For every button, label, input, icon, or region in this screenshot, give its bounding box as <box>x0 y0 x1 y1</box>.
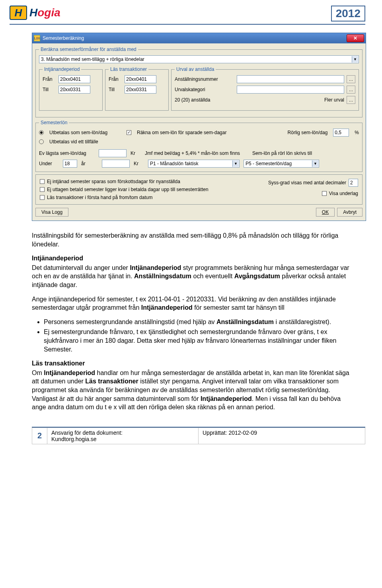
page-footer: 2 Ansvarig för detta dokument: Kundtorg.… <box>0 427 382 451</box>
fs-intjanande-legend: Intjänandeperiod <box>43 66 81 72</box>
calc-type-dropdown[interactable]: 3. Månadslön med sem-tillägg + rörliga l… <box>39 55 359 63</box>
year-badge: 2012 <box>331 6 365 21</box>
las-to-label: Till <box>109 87 122 92</box>
intj-to-label: Till <box>43 87 56 92</box>
dec-input[interactable] <box>349 179 358 187</box>
heading-intj: Intjänandeperiod <box>32 254 350 263</box>
logo: H Hogia <box>10 6 60 20</box>
fs-semesterlon: Semesterlön Utbetalas som sem-lön/dag Rä… <box>35 120 363 172</box>
cb-ej-intjanad-label: Ej intjänad semester sparas som förskott… <box>47 179 180 184</box>
cb-las-fromtom[interactable] <box>40 195 45 200</box>
anst-browse-button[interactable]: … <box>347 75 355 83</box>
page-number: 2 <box>32 428 47 444</box>
fs-las-trans: Läs transaktioner Från Till <box>105 66 169 111</box>
b4: Intjänandeperiod <box>141 304 193 311</box>
para-1: Inställningsbild för semesterberäkning a… <box>32 231 350 248</box>
dialog-window: Lön Semesterberäkning ✕ Beräkna semester… <box>32 33 366 221</box>
visa-logg-button[interactable]: Visa Logg <box>35 208 68 217</box>
urval-count: 20 (20) anställda <box>175 97 234 103</box>
semlon-dd-value: P5 - Semesterlön/dag <box>246 161 292 166</box>
rorlig-unit: % <box>355 130 359 135</box>
t2: för semester samt tar hänsyn till <box>193 304 285 311</box>
radio-ett-tillfalle[interactable] <box>39 139 44 144</box>
logo-badge: H <box>10 6 27 20</box>
kat-input[interactable] <box>237 86 344 94</box>
anst-input[interactable] <box>237 75 344 83</box>
under-input[interactable] <box>63 160 77 168</box>
cb-ej-uttagen[interactable] <box>40 187 45 192</box>
cb-las-fromtom-label: Läs transaktioner i första hand på from/… <box>47 195 152 200</box>
fs-berakna-legend: Beräkna semesterförmåner för anställda m… <box>39 47 138 52</box>
intj-from-label: Från <box>43 76 56 82</box>
li-1: Personens semestergrundande anställnings… <box>44 318 350 326</box>
fs-intjanande: Intjänandeperiod Från Till <box>39 66 103 111</box>
las-from-label: Från <box>109 76 122 82</box>
kr-label-2: Kr <box>134 161 138 166</box>
fs-las-legend: Läs transaktioner <box>109 66 148 72</box>
fs-semlon-legend: Semesterlön <box>39 120 69 125</box>
cb-rakna-om[interactable] <box>127 130 131 135</box>
logo-text-ogia: ogia <box>37 6 60 19</box>
window-title: Semesterberäkning <box>43 35 347 41</box>
ev-input[interactable] <box>99 149 127 157</box>
jmf-label: Jmf med bel/dag + 5,4% * mån-lön som fin… <box>145 150 248 156</box>
chevron-down-icon: ▼ <box>312 160 318 167</box>
title-bar: Lön Semesterberäkning ✕ <box>32 33 366 43</box>
dec-label: Syss-grad visas med antal decimaler <box>268 180 346 186</box>
cb-visa-underlag[interactable] <box>322 191 327 196</box>
intj-to-input[interactable] <box>58 86 90 94</box>
cb-ej-intjanad[interactable] <box>40 179 45 184</box>
cb-ej-uttagen-label: Ej uttagen betald semester ligger kvar i… <box>47 187 209 192</box>
b3: Avgångsdatum <box>234 273 280 279</box>
b6: Intjänandeperiod <box>44 369 95 376</box>
semlon-rorl-label: Sem-lön på rörl lön skrivs till <box>252 150 312 156</box>
footer-upprattat: Upprättat: 2012-02-09 <box>199 428 365 444</box>
radio-per-dag[interactable] <box>39 130 44 135</box>
logo-text: Hogia <box>29 6 60 19</box>
ev-label: Ev lägsta sem-lön/dag <box>39 150 95 156</box>
anst-label: Anställningsnummer <box>175 76 234 82</box>
las-from-input[interactable] <box>125 75 156 83</box>
radio-per-dag-label: Utbetalas som sem-lön/dag <box>49 130 121 135</box>
kr-label-1: Kr <box>131 150 135 156</box>
jmf-dropdown[interactable]: P1 - Månadslön faktisk ▼ <box>148 160 240 168</box>
under-kr-input[interactable] <box>102 160 130 168</box>
para-las: Om Intjänandeperiod handlar om hur många… <box>32 369 350 412</box>
resp-val: Kundtorg.hogia.se <box>51 436 97 442</box>
fs-urval: Urval av anställda Anställningsnummer … … <box>171 66 359 111</box>
jmf-dd-value: P1 - Månadslön faktisk <box>150 161 198 166</box>
semlon-dropdown[interactable]: P5 - Semesterlön/dag ▼ <box>244 160 319 168</box>
li1b: i anställdaregistret). <box>274 318 331 325</box>
ar-label: år <box>81 161 98 166</box>
b2: Anställningsdatum <box>134 273 191 279</box>
radio-ett-label: Utbetalas vid ett tillfälle <box>49 139 98 145</box>
upp-label: Upprättat: <box>203 430 228 436</box>
resp-label: Ansvarig för detta dokument: <box>51 430 123 436</box>
b7: Läs transaktioner <box>85 378 138 385</box>
fler-urval-label: Fler urval <box>324 97 344 103</box>
cb-visa-underlag-label: Visa underlag <box>329 191 358 196</box>
fs-urval-legend: Urval av anställda <box>175 66 216 72</box>
extras-box: Ej intjänad semester sparas som förskott… <box>35 174 363 205</box>
chevron-down-icon: ▼ <box>232 160 239 167</box>
para-intj2: Ange intjänandeperiod för semester, t ex… <box>32 295 350 312</box>
close-icon[interactable]: ✕ <box>347 34 364 42</box>
fs-berakna: Beräkna semesterförmåner för anställda m… <box>35 47 363 117</box>
footer-responsible: Ansvarig för detta dokument: Kundtorg.ho… <box>47 428 199 444</box>
b1: Intjänandeperiod <box>130 264 181 271</box>
intj-from-input[interactable] <box>58 75 90 83</box>
kat-browse-button[interactable]: … <box>347 86 355 94</box>
logo-text-h: H <box>29 6 37 19</box>
rorlig-input[interactable] <box>333 129 349 137</box>
para-intj1: Det datumintervall du anger under Intjän… <box>32 264 350 289</box>
under-label: Under <box>39 161 59 166</box>
b5: Anställningsdatum <box>216 318 274 325</box>
avbryt-button[interactable]: Avbryt <box>337 208 363 217</box>
fler-urval-button[interactable]: … <box>347 96 355 104</box>
bullet-list: Personens semestergrundande anställnings… <box>44 318 350 354</box>
las-to-input[interactable] <box>125 86 156 94</box>
kat-label: Urvalskategori <box>175 87 234 92</box>
chevron-down-icon: ▼ <box>352 56 358 63</box>
heading-las: Läs transaktioner <box>32 359 350 368</box>
ok-button[interactable]: OK <box>316 208 335 217</box>
